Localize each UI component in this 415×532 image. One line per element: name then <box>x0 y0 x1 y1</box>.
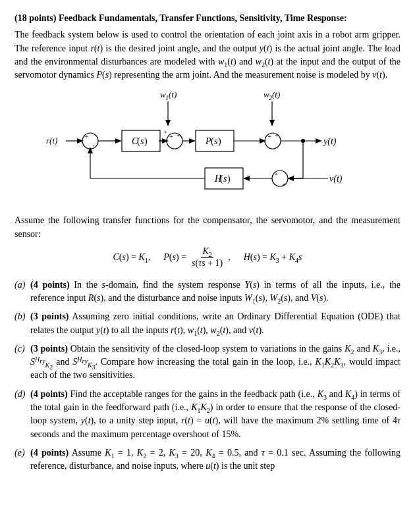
svg-point-63 <box>301 139 305 143</box>
svg-marker-29 <box>162 138 169 144</box>
svg-text:(t): (t) <box>169 90 177 99</box>
svg-text:): ) <box>227 174 231 184</box>
part-e-content: (4 points) Assume K1 = 1, K2 = 2, K3 = 2… <box>30 446 401 473</box>
svg-text:): ) <box>144 136 148 147</box>
svg-text:y(t): y(t) <box>322 136 337 147</box>
part-e-label: (e) <box>14 446 26 473</box>
block-diagram: w 1 (t) w 2 (t) r(t) + - C ( s ) <box>14 90 401 205</box>
cs-tf: C(s) = K1, <box>113 251 150 264</box>
part-b: (b) (3 points) Assuming zero initial con… <box>14 310 401 337</box>
svg-marker-43 <box>316 138 322 144</box>
part-a-content: (4 points) In the s-domain, find the sys… <box>30 279 401 306</box>
diagram-svg: w 1 (t) w 2 (t) r(t) + - C ( s ) <box>43 90 372 205</box>
svg-text:(t): (t) <box>272 90 280 99</box>
part-d-label: (d) <box>14 388 26 441</box>
svg-marker-17 <box>115 138 122 144</box>
title-text: Feedback Fundamentals, Transfer Function… <box>59 13 347 23</box>
part-d-content: (4 points) Find the acceptable ranges fo… <box>30 388 401 441</box>
svg-marker-4 <box>165 120 171 126</box>
ps-tf: P(s) = K2 s(τs + 1) , <box>163 246 230 269</box>
hs-tf: H(s) = K3 + K4s <box>244 251 302 264</box>
svg-text:+: + <box>169 132 173 140</box>
svg-text:+: + <box>267 132 271 140</box>
part-e: (e) (4 points) Assume K1 = 1, K2 = 2, K3… <box>14 446 401 473</box>
part-c-label: (c) <box>14 342 26 383</box>
svg-marker-9 <box>269 120 275 126</box>
problem-header: (18 points) Feedback Fundamentals, Trans… <box>14 12 401 25</box>
transfer-functions-display: C(s) = K1, P(s) = K2 s(τs + 1) , H(s) = … <box>14 246 401 269</box>
part-a: (a) (4 points) In the s-domain, find the… <box>14 279 401 306</box>
svg-marker-54 <box>243 176 250 181</box>
svg-text:v(t): v(t) <box>329 174 343 184</box>
svg-text:+: + <box>275 131 279 139</box>
part-b-content: (3 points) Assuming zero initial conditi… <box>30 310 401 337</box>
parts-list: (a) (4 points) In the s-domain, find the… <box>14 279 401 473</box>
points-label: (18 points) <box>14 13 56 23</box>
assume-line: Assume the following transfer functions … <box>14 214 401 241</box>
svg-text:r(t): r(t) <box>46 136 57 146</box>
part-b-label: (b) <box>14 310 26 337</box>
svg-text:+: + <box>163 128 167 136</box>
svg-text:): ) <box>218 136 221 147</box>
svg-text:+: + <box>84 132 88 140</box>
part-d: (d) (4 points) Find the acceptable range… <box>14 388 401 441</box>
svg-text:+: + <box>274 170 278 178</box>
part-c-content: (3 points) Obtain the sensitivity of the… <box>30 342 401 383</box>
svg-text:-: - <box>92 141 95 149</box>
part-c: (c) (3 points) Obtain the sensitivity of… <box>14 342 401 383</box>
part-a-label: (a) <box>14 279 26 306</box>
svg-text:+: + <box>177 131 180 139</box>
svg-text:+: + <box>282 180 286 188</box>
svg-marker-31 <box>189 138 196 144</box>
intro-paragraph: The feedback system below is used to con… <box>14 28 401 82</box>
